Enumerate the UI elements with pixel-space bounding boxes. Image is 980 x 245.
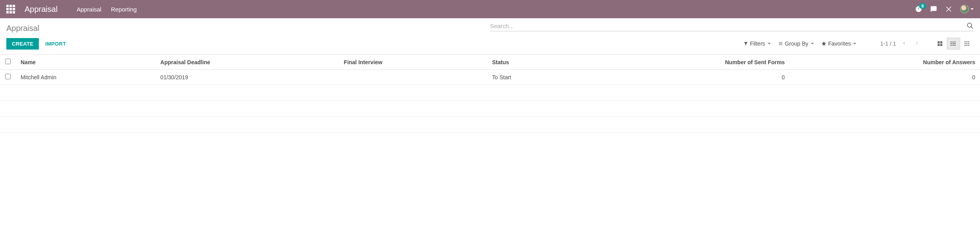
empty-row	[0, 101, 980, 117]
topbar-right: 8	[915, 5, 974, 13]
chevron-down-icon	[853, 43, 856, 44]
chevron-down-icon	[970, 8, 974, 10]
svg-line-1	[971, 27, 973, 29]
group-by-button[interactable]: Group By	[778, 40, 814, 47]
svg-rect-6	[940, 41, 942, 43]
cell-name: Mitchell Admin	[16, 70, 156, 85]
grid-view-button[interactable]	[960, 38, 974, 50]
empty-row	[0, 85, 980, 101]
cell-status: To Start	[487, 70, 576, 85]
cell-final-interview	[339, 70, 487, 85]
col-final-interview[interactable]: Final Interview	[339, 55, 487, 70]
pager-text: 1-1 / 1	[880, 40, 896, 47]
pager-next[interactable]	[913, 39, 921, 49]
activity-icon[interactable]: 8	[915, 6, 922, 13]
svg-rect-7	[938, 44, 940, 46]
pager-prev[interactable]	[900, 39, 909, 49]
svg-rect-8	[940, 44, 942, 46]
favorites-button[interactable]: Favorites	[821, 40, 857, 47]
discuss-icon[interactable]	[930, 6, 937, 13]
search-icon[interactable]	[967, 22, 974, 29]
svg-rect-17	[968, 41, 969, 42]
col-status[interactable]: Status	[487, 55, 576, 70]
table-row[interactable]: Mitchell Admin 01/30/2019 To Start 0 0	[0, 70, 980, 85]
pager: 1-1 / 1	[880, 39, 921, 49]
empty-row	[0, 117, 980, 132]
filters-label: Filters	[750, 40, 765, 47]
nav: Appraisal Reporting	[76, 6, 137, 13]
col-deadline[interactable]: Appraisal Deadline	[156, 55, 339, 70]
chevron-down-icon	[811, 43, 814, 44]
tools-icon[interactable]	[945, 6, 952, 13]
breadcrumb: Appraisal	[6, 22, 490, 33]
chevron-down-icon	[768, 43, 771, 44]
svg-point-12	[951, 42, 951, 42]
user-menu[interactable]	[960, 5, 974, 13]
svg-point-13	[951, 43, 951, 44]
view-switcher	[933, 38, 974, 50]
app-title: Appraisal	[25, 5, 57, 14]
col-name[interactable]: Name	[16, 55, 156, 70]
svg-rect-22	[967, 45, 968, 46]
svg-rect-23	[968, 45, 969, 46]
list-view-button[interactable]	[947, 38, 960, 50]
apps-icon[interactable]	[6, 5, 15, 13]
filter-group: Filters Group By Favorites	[743, 40, 856, 47]
data-table: Name Appraisal Deadline Final Interview …	[0, 55, 980, 132]
import-button[interactable]: IMPORT	[45, 41, 66, 47]
row-checkbox[interactable]	[5, 74, 11, 79]
nav-appraisal[interactable]: Appraisal	[76, 6, 101, 13]
favorites-label: Favorites	[828, 40, 851, 47]
svg-rect-5	[938, 41, 940, 43]
kanban-view-button[interactable]	[933, 38, 947, 50]
svg-rect-15	[965, 41, 966, 42]
filters-button[interactable]: Filters	[743, 40, 770, 47]
svg-rect-16	[967, 41, 968, 42]
svg-rect-19	[967, 43, 968, 44]
notification-badge: 8	[919, 3, 926, 9]
cell-sent-forms: 0	[576, 70, 790, 85]
svg-point-14	[951, 45, 951, 45]
avatar	[960, 5, 969, 13]
search-bar	[490, 22, 974, 31]
create-button[interactable]: CREATE	[6, 38, 39, 50]
select-all-checkbox[interactable]	[5, 59, 11, 64]
nav-reporting[interactable]: Reporting	[111, 6, 137, 13]
col-answers[interactable]: Number of Answers	[789, 55, 980, 70]
topbar: Appraisal Appraisal Reporting 8	[0, 0, 980, 18]
svg-rect-20	[968, 43, 969, 44]
svg-point-0	[967, 23, 972, 28]
svg-rect-18	[965, 43, 966, 44]
control-panel: Appraisal CREATE IMPORT Filters Group By	[0, 18, 980, 55]
col-sent-forms[interactable]: Number of Sent Forms	[576, 55, 790, 70]
search-input[interactable]	[490, 23, 967, 29]
cell-deadline: 01/30/2019	[156, 70, 339, 85]
group-by-label: Group By	[785, 40, 808, 47]
svg-rect-21	[965, 45, 966, 46]
cell-answers: 0	[789, 70, 980, 85]
